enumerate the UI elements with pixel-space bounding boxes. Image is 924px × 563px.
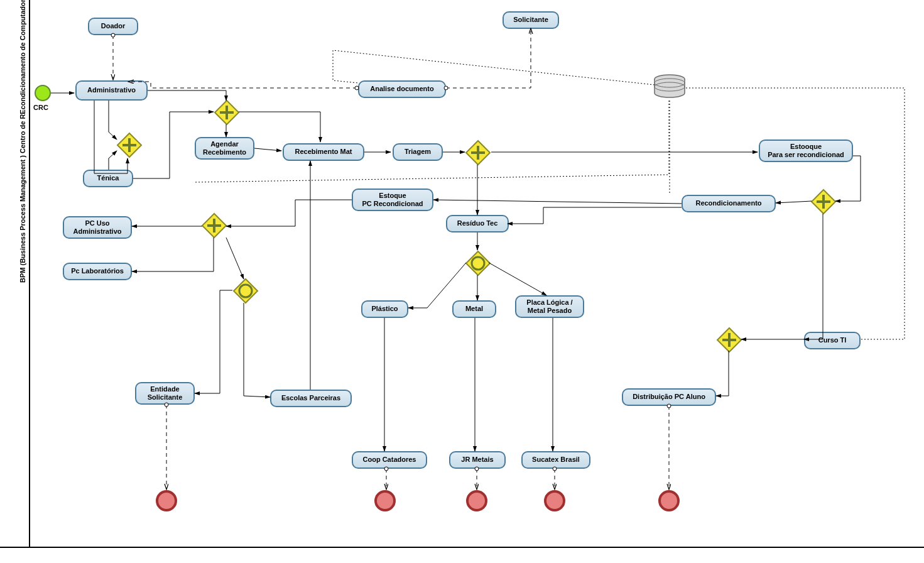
gateway-parallel-3 bbox=[465, 139, 491, 166]
task-estoque-recond: Estooque Para ser recondicionad bbox=[759, 139, 853, 162]
gateway-parallel-4 bbox=[201, 212, 227, 239]
task-placa: Placa Lógica / Metal Pesado bbox=[515, 295, 584, 318]
task-estoque-pc: Estoque PC Recondicionad bbox=[352, 189, 433, 211]
task-tenica: Ténica bbox=[83, 170, 133, 187]
task-pc-uso: PC Uso Administrativo bbox=[63, 216, 132, 239]
end-event-5 bbox=[658, 490, 680, 511]
gateway-inclusive-1 bbox=[232, 278, 259, 304]
task-recebimento: Recebimento Mat bbox=[283, 143, 364, 161]
task-analise: Analise documento bbox=[358, 80, 446, 98]
end-event-1 bbox=[156, 490, 177, 511]
end-event-4 bbox=[544, 490, 565, 511]
task-coop: Coop Catadores bbox=[352, 451, 427, 469]
task-metal: Metal bbox=[452, 300, 496, 318]
task-curso-ti: Curso TI bbox=[804, 332, 861, 349]
pool-title: BPM (Business Process Management ) Centr… bbox=[19, 0, 26, 283]
task-dist-pc: Distribuição PC Aluno bbox=[622, 388, 716, 406]
gateway-parallel-6 bbox=[716, 327, 742, 353]
task-plastico: Plástico bbox=[361, 300, 408, 318]
end-event-3 bbox=[466, 490, 487, 511]
task-pc-lab: Pc Laboratórios bbox=[63, 263, 132, 280]
task-escolas: Escolas Parceiras bbox=[270, 390, 352, 407]
task-agendar: Agendar Recebimento bbox=[195, 137, 254, 160]
task-doador: Doador bbox=[88, 18, 138, 35]
task-recondicionamento: Recondicionamento bbox=[682, 195, 776, 212]
start-event bbox=[35, 85, 51, 101]
gateway-parallel-2 bbox=[214, 99, 240, 126]
task-jr-metais: JR Metais bbox=[449, 451, 506, 469]
task-solicitante: Solicitante bbox=[503, 11, 559, 29]
svg-marker-18 bbox=[234, 279, 258, 303]
task-administrativo: Administrativo bbox=[75, 80, 148, 101]
task-entidade: Entidade Solicitante bbox=[135, 382, 195, 405]
bpmn-canvas: BPM (Business Process Management ) Centr… bbox=[0, 0, 924, 563]
datastore-icon bbox=[653, 74, 686, 103]
task-sucatex: Sucatex Brasil bbox=[521, 451, 590, 469]
gateway-parallel-5 bbox=[810, 189, 837, 215]
pool-border bbox=[29, 0, 30, 547]
start-label: CRC bbox=[33, 104, 48, 111]
gateway-inclusive-2 bbox=[465, 250, 491, 276]
gateway-parallel-1 bbox=[116, 132, 143, 158]
task-residuo: Resíduo Tec bbox=[446, 215, 509, 232]
end-event-2 bbox=[374, 490, 396, 511]
bottom-border bbox=[0, 547, 924, 548]
task-triagem: Triagem bbox=[393, 143, 443, 161]
svg-marker-20 bbox=[466, 251, 490, 275]
